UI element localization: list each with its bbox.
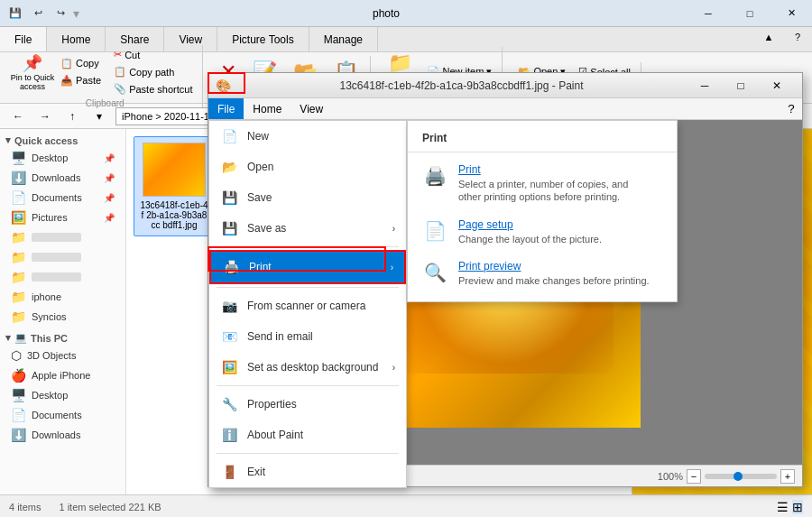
file-menu-exit[interactable]: 🚪 Exit bbox=[209, 457, 406, 487]
sidebar-item-syncios[interactable]: 📁 Syncios bbox=[0, 307, 125, 327]
paint-menu-view[interactable]: View bbox=[291, 98, 332, 119]
copy-button[interactable]: 📋 Copy bbox=[56, 56, 106, 71]
paint-help-button[interactable]: ? bbox=[780, 98, 802, 118]
print-option-preview[interactable]: 🔍 Print preview Preview and make changes… bbox=[408, 253, 677, 294]
sidebar-item-desktop[interactable]: 🖥️ Desktop 📌 bbox=[0, 148, 125, 168]
pin-icon-documents: 📌 bbox=[104, 193, 115, 203]
list-view-button[interactable]: ☰ bbox=[777, 500, 789, 514]
tab-picture-tools[interactable]: Picture Tools bbox=[217, 27, 309, 51]
pc-desktop-icon: 🖥️ bbox=[11, 388, 26, 402]
status-item-count: 4 items bbox=[9, 502, 41, 512]
paint-close-button[interactable]: ✕ bbox=[759, 76, 795, 96]
cut-col: ✂ Cut 📋 Copy path 📎 Paste shortcut bbox=[109, 47, 197, 97]
explorer-title: photo bbox=[85, 7, 687, 20]
file-menu-about[interactable]: ℹ️ About Paint bbox=[209, 420, 406, 450]
up-button[interactable]: ↑ bbox=[61, 106, 83, 126]
sidebar-3d-objects[interactable]: ⬡ 3D Objects bbox=[0, 346, 125, 365]
copy-icon: 📋 bbox=[60, 58, 73, 69]
view-toggle: ☰ ⊞ bbox=[777, 500, 803, 514]
pin-icon: 📌 bbox=[23, 53, 42, 73]
pc-documents-icon: 📄 bbox=[11, 408, 26, 422]
recent-locations-button[interactable]: ▾ bbox=[88, 106, 110, 126]
status-selection: 1 item selected 221 KB bbox=[59, 502, 161, 512]
file-item-photo[interactable]: 13c6418f-c1eb-4f 2b-a1ca-9b3a8cc bdff1.j… bbox=[134, 136, 215, 236]
tab-manage[interactable]: Manage bbox=[309, 27, 378, 51]
quick-access-chevron: ▾ bbox=[5, 134, 11, 146]
help-btn[interactable]: ? bbox=[783, 27, 812, 47]
file-menu-email[interactable]: 📧 Send in email bbox=[209, 321, 406, 352]
file-menu-save[interactable]: 💾 Save bbox=[209, 182, 406, 213]
pc-downloads-label: Downloads bbox=[32, 429, 80, 440]
zoom-in-button[interactable]: + bbox=[780, 469, 795, 484]
save-qat-button[interactable]: 💾 bbox=[5, 4, 25, 23]
apple-iphone-label: Apple iPhone bbox=[32, 370, 90, 381]
file-menu-scanner[interactable]: 📷 From scanner or camera bbox=[209, 291, 406, 321]
redo-qat-button[interactable]: ↪ bbox=[51, 4, 70, 23]
minimize-button[interactable]: ─ bbox=[687, 0, 729, 27]
sidebar-item-pictures[interactable]: 🖼️ Pictures 📌 bbox=[0, 208, 125, 227]
sidebar-pc-documents[interactable]: 📄 Documents bbox=[0, 405, 125, 425]
file-menu-open[interactable]: 📂 Open bbox=[209, 152, 406, 182]
forward-button[interactable]: → bbox=[34, 106, 56, 126]
back-button[interactable]: ← bbox=[7, 106, 29, 126]
sidebar-item-blur3[interactable]: 📁 bbox=[0, 267, 125, 287]
zoom-slider-thumb[interactable] bbox=[734, 472, 743, 481]
paste-button[interactable]: 📥 Paste bbox=[56, 73, 106, 88]
file-menu-desktop-bg[interactable]: 🖼️ Set as desktop background › bbox=[209, 352, 406, 383]
copy-paste-col: 📋 Copy 📥 Paste bbox=[56, 56, 106, 88]
qat-dropdown[interactable]: ▾ bbox=[73, 6, 79, 21]
clipboard-row: 📌 Pin to Quick access 📋 Copy 📥 Paste bbox=[13, 47, 197, 97]
file-menu-new[interactable]: 📄 New bbox=[209, 121, 406, 152]
paste-shortcut-icon: 📎 bbox=[114, 83, 126, 95]
file-menu-print[interactable]: 🖨️ Print › bbox=[209, 250, 406, 284]
separator-2 bbox=[217, 287, 399, 288]
file-menu-save-as[interactable]: 💾 Save as › bbox=[209, 213, 406, 244]
paint-menu-file[interactable]: File bbox=[208, 98, 244, 119]
sidebar-item-blur1[interactable]: 📁 bbox=[0, 227, 125, 247]
maximize-button[interactable]: □ bbox=[729, 0, 770, 27]
sidebar: ▾ Quick access 🖥️ Desktop 📌 ⬇️ Downloads… bbox=[0, 129, 126, 494]
this-pc-header[interactable]: ▾ 💻 This PC bbox=[0, 330, 125, 346]
desktop-icon: 🖥️ bbox=[11, 151, 26, 165]
paint-window-controls: ─ □ ✕ bbox=[687, 76, 795, 96]
properties-label: Properties bbox=[247, 398, 297, 411]
exit-icon: 🚪 bbox=[220, 463, 238, 481]
paint-minimize-button[interactable]: ─ bbox=[687, 76, 723, 96]
3d-objects-label: 3D Objects bbox=[27, 350, 76, 361]
sidebar-item-downloads[interactable]: ⬇️ Downloads 📌 bbox=[0, 168, 125, 188]
explorer-title-bar: 💾 ↩ ↪ ▾ photo ─ □ ✕ bbox=[0, 0, 812, 27]
sidebar-blur3-label bbox=[32, 272, 81, 282]
desktop-bg-label: Set as desktop background bbox=[247, 361, 378, 374]
pc-downloads-icon: ⬇️ bbox=[11, 428, 26, 442]
paint-maximize-button[interactable]: □ bbox=[723, 76, 759, 96]
ribbon-minimize-btn[interactable]: ▲ bbox=[754, 27, 783, 47]
pin-icon-desktop: 📌 bbox=[104, 153, 115, 163]
print-label: Print bbox=[249, 261, 272, 273]
sidebar-item-documents[interactable]: 📄 Documents 📌 bbox=[0, 188, 125, 208]
undo-qat-button[interactable]: ↩ bbox=[28, 4, 48, 23]
cut-button[interactable]: ✂ Cut bbox=[109, 47, 197, 62]
grid-view-button[interactable]: ⊞ bbox=[792, 500, 803, 514]
sidebar-syncios-label: Syncios bbox=[32, 311, 67, 322]
zoom-out-button[interactable]: − bbox=[687, 469, 701, 484]
copy-path-button[interactable]: 📋 Copy path bbox=[109, 64, 197, 79]
close-button[interactable]: ✕ bbox=[770, 0, 812, 27]
quick-access-header[interactable]: ▾ Quick access bbox=[0, 133, 125, 148]
sidebar-pc-downloads[interactable]: ⬇️ Downloads bbox=[0, 425, 125, 445]
pin-to-quick-access-button[interactable]: 📌 Pin to Quick access bbox=[13, 51, 52, 94]
zoom-slider-track bbox=[705, 474, 777, 479]
cut-icon: ✂ bbox=[114, 49, 122, 60]
blur3-icon: 📁 bbox=[11, 270, 26, 284]
sidebar-item-blur2[interactable]: 📁 bbox=[0, 247, 125, 267]
paint-menu-home[interactable]: Home bbox=[244, 98, 291, 119]
sidebar-pc-desktop[interactable]: 🖥️ Desktop bbox=[0, 385, 125, 405]
print-arrow: › bbox=[391, 263, 393, 272]
sidebar-apple-iphone[interactable]: 🍎 Apple iPhone bbox=[0, 365, 125, 385]
paste-shortcut-button[interactable]: 📎 Paste shortcut bbox=[109, 81, 197, 97]
file-menu-properties[interactable]: 🔧 Properties bbox=[209, 389, 406, 420]
sidebar-item-iphone[interactable]: 📁 iphone bbox=[0, 287, 125, 307]
properties-icon: 🔧 bbox=[220, 395, 238, 413]
print-option-print[interactable]: 🖨️ Print Select a printer, number of cop… bbox=[408, 156, 677, 211]
open-label: Open bbox=[247, 161, 273, 173]
print-option-page-setup[interactable]: 📄 Page setup Change the layout of the pi… bbox=[408, 211, 677, 253]
